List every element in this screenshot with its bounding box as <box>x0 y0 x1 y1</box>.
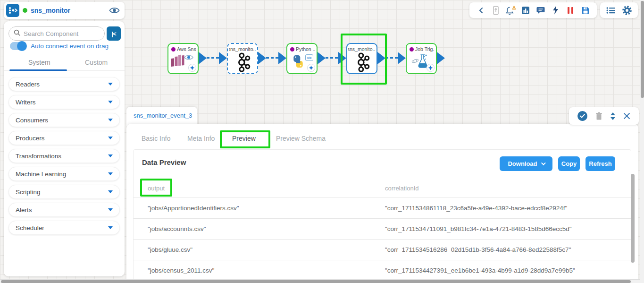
comments-icon[interactable] <box>535 5 546 16</box>
chevron-down-icon <box>108 137 113 139</box>
chevron-down-icon <box>108 83 113 86</box>
auto-connect-label: Auto connect event on drag <box>31 43 109 50</box>
edge-arrow <box>219 52 227 64</box>
node-label: Aws Sns... <box>177 46 196 52</box>
channel-dot <box>171 47 176 51</box>
tab-custom[interactable]: Custom <box>85 59 108 66</box>
metrics-chart-icon[interactable] <box>520 5 531 16</box>
node-label: Python ... <box>296 46 315 52</box>
sidebar-collapse-button[interactable]: |< <box>107 26 121 41</box>
channel-dot <box>410 47 414 51</box>
resize-panel-icon[interactable] <box>611 112 615 120</box>
spark-engine-icon <box>427 64 435 72</box>
table-row[interactable]: "jobs/gluue.csv" "corr_1711534516286_02d… <box>134 240 631 260</box>
sidebar-item-producers[interactable]: Producers <box>8 131 120 145</box>
search-icon <box>14 29 20 38</box>
edge-arrow <box>338 52 346 64</box>
alarm-bell-icon[interactable] <box>505 5 516 16</box>
sidebar-tabs: System Custom <box>4 57 125 71</box>
refresh-button[interactable]: Refresh <box>585 156 615 171</box>
scrollbar-thumb[interactable] <box>1 280 631 283</box>
node-sns-monitor-event[interactable]: sns_monito... <box>227 43 258 74</box>
chevron-down-icon <box>108 208 113 211</box>
page-vertical-scrollbar[interactable] <box>640 0 644 283</box>
scrollbar-thumb[interactable] <box>641 1 644 98</box>
pipeline-editor: sns_monitor |< Auto connect event on dra… <box>0 0 644 283</box>
edge-line <box>385 57 398 59</box>
chevron-down-icon <box>108 101 113 103</box>
sidebar-item-scheduler[interactable]: Scheduler <box>8 221 120 235</box>
tab-basic-info[interactable]: Basic Info <box>142 135 170 142</box>
sidebar-item-transformations[interactable]: Transformations <box>8 149 120 163</box>
chevron-left-icon[interactable] <box>475 5 486 16</box>
node-python[interactable]: Python ... </> <box>286 43 318 74</box>
delete-trash-icon[interactable] <box>595 112 602 120</box>
settings-gear-icon[interactable] <box>621 5 633 16</box>
pipeline-toolbar <box>469 2 597 18</box>
pause-icon[interactable] <box>565 5 576 16</box>
table-row[interactable]: "jobs/ApportionedIdentifiers.csv" "corr_… <box>134 198 631 219</box>
download-button[interactable]: Download <box>500 156 552 171</box>
kafka-icon <box>355 52 370 75</box>
component-inspector-panel: Basic Info Meta Info Preview Preview Sch… <box>126 124 638 283</box>
sidebar-item-consumers[interactable]: Consumers <box>8 113 120 127</box>
save-icon[interactable] <box>580 5 591 16</box>
spark-engine-icon <box>188 64 196 72</box>
search-component-box <box>8 26 105 41</box>
active-tab-underline <box>9 69 67 71</box>
spark-engine-icon <box>307 64 315 72</box>
node-sns-monitor-event-3[interactable]: sns_monito... <box>346 43 377 74</box>
edge-arrow <box>398 52 406 64</box>
event-tab-sns-monitor-event-3[interactable]: sns_monitor_event_3 <box>126 107 197 126</box>
sidebar-item-readers[interactable]: Readers <box>8 77 120 91</box>
search-input[interactable] <box>24 30 94 37</box>
sidebar-item-scripting[interactable]: Scripting <box>8 185 120 199</box>
cell-correlationid: "corr_1711534427391_ee1b6be1-493a-4b99-a… <box>385 267 575 274</box>
chevron-down-icon <box>108 119 113 121</box>
table-row[interactable]: "jobs/accounnts.csv" "corr_1711534711091… <box>134 219 631 240</box>
channel-dot <box>290 47 294 51</box>
edge-arrow <box>437 52 445 64</box>
column-header-output: output <box>148 185 165 192</box>
section-title: Data Preview <box>142 158 186 166</box>
kafka-icon <box>235 52 251 75</box>
table-header: output correlationId <box>134 179 631 198</box>
cell-output: "jobs/census_2011.csv" <box>148 267 214 274</box>
page-horizontal-scrollbar[interactable] <box>0 279 640 283</box>
pipeline-title: sns_monitor <box>31 7 70 14</box>
table-row[interactable]: "jobs/census_2011.csv" "corr_17115344273… <box>134 260 631 281</box>
sidebar-item-writers[interactable]: Writers <box>8 95 120 109</box>
tab-meta-info[interactable]: Meta Info <box>187 135 215 142</box>
trigger-bolt-icon[interactable] <box>550 5 561 16</box>
view-pipeline-eye-icon[interactable] <box>109 7 120 14</box>
close-icon[interactable] <box>623 112 630 120</box>
cell-output: "jobs/gluue.csv" <box>148 246 192 253</box>
chevron-down-icon <box>541 161 546 165</box>
panel-scrollbar[interactable] <box>631 152 635 280</box>
copy-button[interactable]: Copy <box>558 156 580 171</box>
edge-line <box>207 57 219 59</box>
auto-connect-toggle[interactable] <box>10 42 26 50</box>
edge-arrow <box>199 52 207 64</box>
sidebar-item-machine-learning[interactable]: Machine Learning <box>8 167 120 181</box>
app-logo-icon <box>6 4 19 17</box>
chevron-down-icon <box>108 154 113 157</box>
tab-preview-schema[interactable]: Preview Schema <box>276 135 326 142</box>
python-icon <box>292 55 305 70</box>
device-upload-icon[interactable] <box>490 5 502 16</box>
sidebar-item-alerts[interactable]: Alerts <box>8 203 120 217</box>
edge-arrow <box>258 52 266 64</box>
cell-correlationid: "corr_1711534861118_23c6a5fe-a49e-4392-b… <box>385 205 567 212</box>
node-job-trigger[interactable]: Job Trig... <box>406 43 437 74</box>
tab-preview[interactable]: Preview <box>232 135 256 142</box>
edge-line <box>326 57 338 59</box>
tab-system[interactable]: System <box>28 59 50 66</box>
edge-line <box>266 57 278 59</box>
scrollbar-thumb[interactable] <box>631 174 635 263</box>
node-aws-sns[interactable]: Aws Sns... <box>167 43 199 74</box>
code-badge-icon: </> <box>305 54 313 61</box>
toggle-knob <box>17 41 27 51</box>
list-view-icon[interactable] <box>605 5 617 16</box>
validate-check-icon[interactable] <box>577 111 587 121</box>
node-label: sns_monito... <box>229 46 256 52</box>
